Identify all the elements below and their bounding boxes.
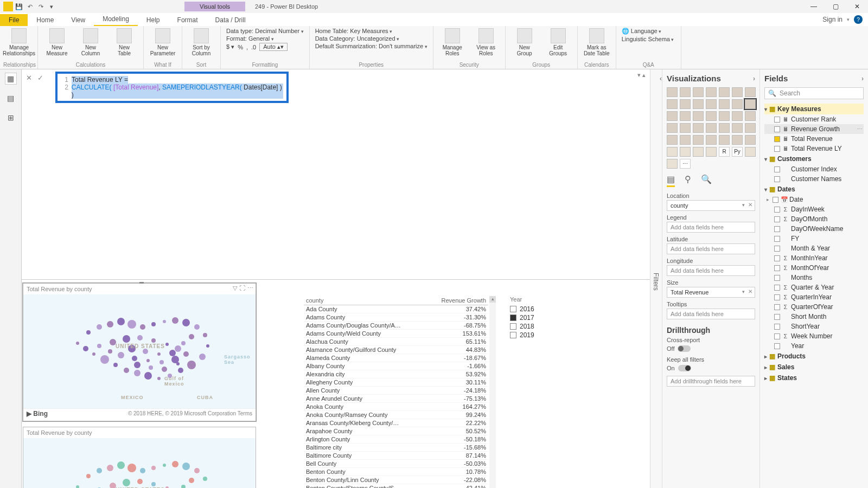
table-row[interactable]: Arapahoe County50.52% <box>304 427 488 435</box>
viz-type-icon[interactable]: Py <box>732 147 743 157</box>
field-checkbox[interactable] <box>774 216 780 222</box>
linguistic-schema-dropdown[interactable]: Linguistic Schema <box>622 36 674 42</box>
table-row[interactable]: Ada County37.42% <box>304 305 488 313</box>
field-item[interactable]: DayOfWeekName <box>764 224 864 234</box>
chevron-icon[interactable]: ▾ <box>764 106 767 112</box>
viz-type-icon[interactable] <box>680 87 691 97</box>
table-row[interactable]: Benton County/Stearns County/S…42.41% <box>304 484 488 488</box>
scroll-up-icon[interactable]: ▴ <box>489 296 496 303</box>
viz-type-icon[interactable] <box>693 135 704 145</box>
slicer-item[interactable]: 2019 <box>510 331 575 339</box>
slicer-item[interactable]: 2017 <box>510 313 575 322</box>
field-checkbox[interactable] <box>774 136 780 142</box>
viz-type-icon[interactable] <box>680 99 691 109</box>
field-checkbox[interactable] <box>774 285 780 291</box>
table-header[interactable]: ▸▦Products <box>764 351 864 362</box>
field-item[interactable]: Month & Year <box>764 243 864 253</box>
viz-pane-collapse-icon[interactable]: › <box>753 75 755 82</box>
field-checkbox[interactable] <box>774 294 780 300</box>
field-item[interactable]: ΣDayOfMonth <box>764 214 864 224</box>
table-row[interactable]: Allegheny County30.11% <box>304 378 488 386</box>
viz-type-icon[interactable]: R <box>719 147 730 157</box>
field-more-icon[interactable]: ⋯ <box>857 126 863 132</box>
drillthrough-well[interactable]: Add drillthrough fields here <box>667 376 755 387</box>
table-row[interactable]: Baltimore County87.14% <box>304 451 488 459</box>
format-tab-icon[interactable]: ⚲ <box>685 174 691 187</box>
viz-type-icon[interactable] <box>706 123 717 133</box>
formula-cancel-icon[interactable]: ✕ <box>26 74 32 82</box>
table-row[interactable]: Baltimore city-15.68% <box>304 443 488 451</box>
slicer-checkbox[interactable] <box>510 314 516 321</box>
field-item[interactable]: FY <box>764 234 864 243</box>
auto-decimals-input[interactable]: Auto ▴▾ <box>259 43 288 51</box>
slicer-checkbox[interactable] <box>510 323 516 330</box>
viz-type-icon[interactable] <box>732 135 743 145</box>
field-checkbox[interactable] <box>774 343 780 349</box>
tab-data-drill[interactable]: Data / Drill <box>207 14 254 26</box>
tab-modeling[interactable]: Modeling <box>94 13 138 26</box>
field-checkbox[interactable] <box>773 197 778 203</box>
table-row[interactable]: Anne Arundel County-75.13% <box>304 394 488 402</box>
field-checkbox[interactable] <box>774 117 780 123</box>
table-header[interactable]: ▾▦Key Measures <box>764 104 864 114</box>
well-latitude[interactable]: Add data fields here <box>667 243 755 254</box>
viz-type-icon[interactable] <box>745 111 756 121</box>
table-visual[interactable]: county Revenue Growth Ada County37.42%Ad… <box>304 296 488 489</box>
maximize-icon[interactable]: ▢ <box>825 0 846 13</box>
viz-type-icon[interactable] <box>667 135 678 145</box>
field-item[interactable]: ΣWeek Number <box>764 331 864 341</box>
field-item[interactable]: ΣQuarterOfYear <box>764 302 864 312</box>
undo-icon[interactable]: ↶ <box>25 2 35 11</box>
viz-type-icon[interactable] <box>719 135 730 145</box>
table-header-growth[interactable]: Revenue Growth <box>427 296 488 305</box>
well-tooltips[interactable]: Add data fields here <box>667 309 755 319</box>
table-header-county[interactable]: county <box>304 296 427 305</box>
viz-type-icon[interactable] <box>745 99 756 109</box>
table-scrollbar[interactable]: ▴ ▾ <box>489 296 496 489</box>
slicer-checkbox[interactable] <box>510 332 516 338</box>
analytics-tab-icon[interactable]: 🔍 <box>701 174 712 187</box>
minimize-icon[interactable]: — <box>803 0 825 13</box>
currency-icon[interactable]: $ ▾ <box>226 43 234 50</box>
comma-icon[interactable]: , <box>246 44 248 50</box>
close-icon[interactable]: ✕ <box>846 0 868 13</box>
viz-type-icon[interactable] <box>706 135 717 145</box>
table-row[interactable]: Alexandria city53.92% <box>304 370 488 378</box>
field-checkbox[interactable] <box>774 333 780 339</box>
table-row[interactable]: Arlington County-50.18% <box>304 435 488 443</box>
viz-type-icon[interactable] <box>732 123 743 133</box>
field-checkbox[interactable] <box>774 236 780 242</box>
new-column-button[interactable]: New Column <box>75 27 106 56</box>
chevron-icon[interactable]: ▸ <box>764 354 767 359</box>
viz-type-icon[interactable] <box>706 111 717 121</box>
viz-type-icon[interactable] <box>706 99 717 109</box>
well-size[interactable]: Total Revenue▾✕ <box>667 287 755 298</box>
map-visual-2[interactable]: Total Revenue by county UNITED STATES Gu… <box>23 427 256 489</box>
edit-groups-button[interactable]: Edit Groups <box>542 27 574 56</box>
viz-type-icon[interactable] <box>719 111 730 121</box>
field-checkbox[interactable] <box>774 265 780 271</box>
viz-type-icon[interactable] <box>680 135 691 145</box>
fields-search-input[interactable]: 🔍Search <box>764 87 864 99</box>
field-item[interactable]: ΣDayInWeek <box>764 204 864 214</box>
data-type-dropdown[interactable]: Data type: Decimal Number <box>226 28 304 34</box>
decimal-icon[interactable]: .0 <box>251 44 256 50</box>
field-item[interactable]: 🖩Customer Rank <box>764 114 864 124</box>
table-row[interactable]: Albany County-1.66% <box>304 362 488 370</box>
tab-home[interactable]: Home <box>28 14 62 26</box>
table-row[interactable]: Adams County/Weld County153.61% <box>304 329 488 337</box>
mark-as-date-table-button[interactable]: Mark as Date Table <box>581 27 612 56</box>
table-header[interactable]: ▾▦Dates <box>764 184 864 195</box>
viz-type-icon[interactable] <box>680 123 691 133</box>
field-checkbox[interactable] <box>774 176 780 182</box>
viz-type-icon[interactable] <box>732 111 743 121</box>
well-location-remove-icon[interactable]: ✕ <box>748 202 752 208</box>
signin-chevron-icon[interactable]: ▾ <box>847 17 850 22</box>
field-checkbox[interactable] <box>774 246 780 252</box>
field-checkbox[interactable] <box>774 207 780 213</box>
table-row[interactable]: Benton County10.78% <box>304 467 488 476</box>
chevron-icon[interactable]: ▾ <box>764 156 767 162</box>
sort-by-column-button[interactable]: Sort by Column <box>186 27 217 56</box>
fields-tab-icon[interactable]: ▤ <box>667 174 675 187</box>
resize-handle-icon[interactable] <box>139 282 144 284</box>
